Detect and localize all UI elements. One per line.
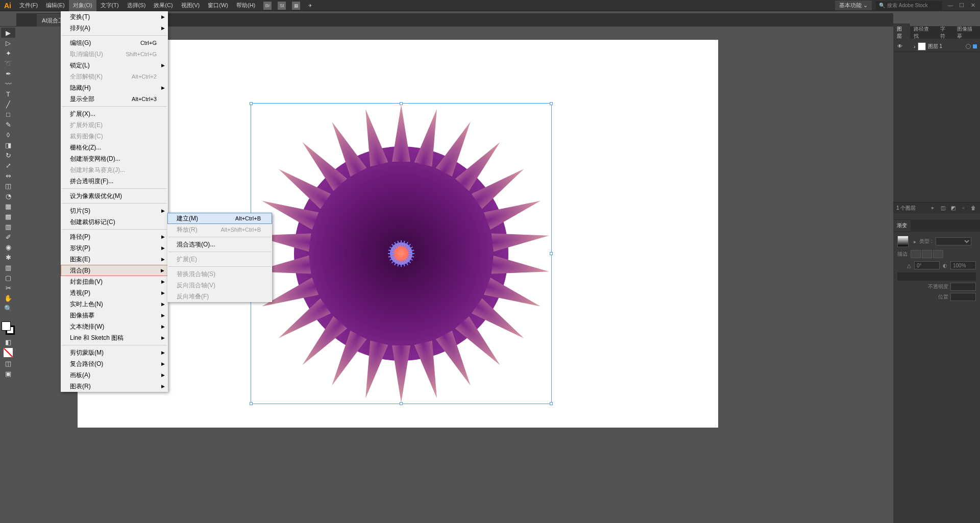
menu-item[interactable]: 文本绕排(W)▶ [61,321,168,332]
menu-item[interactable]: 扩展(X)... [61,108,168,119]
fill-swatch[interactable] [2,321,11,331]
stroke-gradient-within-icon[interactable] [911,250,921,258]
stock-search[interactable]: 🔍搜索 Adobe Stock [876,1,942,10]
make-clipping-mask-icon[interactable]: ◫ [939,205,946,212]
symbol-sprayer-tool[interactable]: ✱ [1,252,15,262]
eraser-tool[interactable]: ◨ [1,140,15,150]
new-sublayer-icon[interactable]: ◩ [949,205,957,212]
arrange-docs-icon[interactable]: ▦ [292,2,300,10]
menu-item[interactable]: 显示全部Alt+Ctrl+3 [61,93,168,105]
paintbrush-tool[interactable]: ✎ [1,119,15,130]
lasso-tool[interactable]: ➰ [1,58,15,68]
hand-tool[interactable]: ✋ [1,293,15,303]
menu-help[interactable]: 帮助(H) [232,0,259,11]
menu-item[interactable]: 编组(G)Ctrl+G [61,37,168,48]
layer-name[interactable]: 图层 1 [928,43,964,50]
menu-item[interactable]: 隐藏(H)▶ [61,82,168,93]
menu-window[interactable]: 窗口(W) [204,0,232,11]
bridge-icon[interactable]: Br [263,2,272,10]
delete-layer-icon[interactable]: 🗑 [970,205,977,212]
artboard-tool[interactable]: ▢ [1,272,15,283]
gradient-position-input[interactable] [950,293,976,301]
gradient-ratio-input[interactable] [950,261,976,269]
selection-tool[interactable]: ▶ [1,28,15,38]
menu-item[interactable]: 画板(A)▶ [61,369,168,381]
menu-item[interactable]: 设为像素级优化(M) [61,190,168,202]
menu-item[interactable]: 图案(E)▶ [61,254,168,265]
layer-target-icon[interactable] [966,44,971,49]
menu-item[interactable]: 切片(S)▶ [61,205,168,216]
zoom-tool[interactable]: 🔍 [1,303,15,313]
curvature-tool[interactable]: 〰 [1,79,15,89]
none-swatch[interactable] [4,348,13,357]
direct-selection-tool[interactable]: ▷ [1,38,15,48]
stroke-gradient-across-icon[interactable] [933,250,943,258]
shape-builder-tool[interactable]: ◔ [1,191,15,201]
menu-item[interactable]: 变换(T)▶ [61,11,168,22]
stock-icon[interactable]: St [278,2,286,10]
menu-type[interactable]: 文字(T) [96,0,123,11]
menu-item[interactable]: 剪切蒙版(M)▶ [61,347,168,358]
layer-row[interactable]: 👁 › 图层 1 [894,41,979,52]
graph-tool[interactable]: ▥ [1,262,15,272]
pen-tool[interactable]: ✒ [1,68,15,79]
gradient-type-select[interactable] [936,237,971,245]
tab-gradient[interactable]: 渐变 [893,220,911,231]
menu-item[interactable]: 形状(P)▶ [61,242,168,254]
menu-item[interactable]: 创建渐变网格(D)... [61,153,168,164]
gradient-opacity-input[interactable] [950,283,976,291]
menu-item[interactable]: 路径(P)▶ [61,231,168,242]
line-tool[interactable]: ╱ [1,99,15,109]
menu-item[interactable]: 锁定(L)▶ [61,60,168,71]
gradient-angle-input[interactable] [914,261,940,269]
visibility-toggle-icon[interactable]: 👁 [896,43,903,50]
eyedropper-tool[interactable]: ✐ [1,232,15,242]
width-tool[interactable]: ⇔ [1,170,15,181]
menu-item[interactable]: 栅格化(Z)... [61,142,168,153]
gradient-slider[interactable] [897,272,976,281]
stroke-gradient-along-icon[interactable] [922,250,932,258]
color-mode-toggle[interactable]: ◧ [1,337,15,347]
menu-item[interactable]: Line 和 Sketch 图稿▶ [61,332,168,343]
minimize-button[interactable]: — [946,2,954,9]
menu-item[interactable]: 图像描摹▶ [61,310,168,321]
rectangle-tool[interactable]: □ [1,109,15,119]
gradient-preview[interactable] [897,236,909,247]
maximize-button[interactable]: ☐ [958,2,966,9]
menu-item[interactable]: 透视(P)▶ [61,287,168,298]
menu-item[interactable]: 排列(A)▶ [61,22,168,34]
menu-item[interactable]: 混合选项(O)... [167,239,272,250]
expand-icon[interactable]: › [914,43,916,49]
screen-mode[interactable]: ▣ [1,368,15,379]
mesh-tool[interactable]: ▩ [1,211,15,221]
menu-item[interactable]: 图表(R)▶ [61,381,168,392]
perspective-tool[interactable]: ▦ [1,201,15,211]
menu-item[interactable]: 封套扭曲(V)▶ [61,276,168,287]
type-tool[interactable]: T [1,89,15,99]
gpu-icon[interactable]: ✈ [306,2,314,10]
close-button[interactable]: ✕ [969,2,977,9]
menu-view[interactable]: 视图(V) [177,0,204,11]
menu-item[interactable]: 实时上色(N)▶ [61,298,168,310]
gradient-tool[interactable]: ▥ [1,221,15,232]
free-transform-tool[interactable]: ◫ [1,181,15,191]
menu-item[interactable]: 创建裁切标记(C) [61,216,168,228]
workspace-selector[interactable]: 基本功能 ⌄ [835,1,872,10]
menu-select[interactable]: 选择(S) [123,0,150,11]
artwork-star[interactable] [251,103,552,404]
draw-mode[interactable]: ◫ [1,358,15,368]
menu-effect[interactable]: 效果(C) [150,0,177,11]
menu-object[interactable]: 对象(O) [69,0,96,11]
menu-item[interactable]: 拼合透明度(F)... [61,176,168,187]
menu-item[interactable]: 混合(B)▶ [61,265,168,276]
slice-tool[interactable]: ✂ [1,283,15,293]
scale-tool[interactable]: ⤢ [1,160,15,170]
magic-wand-tool[interactable]: ✦ [1,48,15,58]
rotate-tool[interactable]: ↻ [1,150,15,160]
menu-file[interactable]: 文件(F) [15,0,42,11]
locate-object-icon[interactable]: ⌖ [929,205,936,212]
menu-item[interactable]: 复合路径(O)▶ [61,358,168,369]
blend-tool[interactable]: ◉ [1,242,15,252]
menu-item[interactable]: 建立(M)Alt+Ctrl+B [167,213,272,224]
menu-edit[interactable]: 编辑(E) [42,0,69,11]
